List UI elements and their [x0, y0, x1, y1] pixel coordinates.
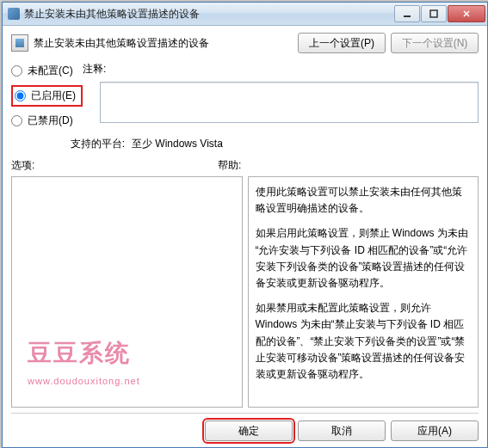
window-title: 禁止安装未由其他策略设置描述的设备: [24, 7, 394, 21]
platform-row: 支持的平台: 至少 Windows Vista: [11, 137, 479, 151]
ok-button[interactable]: 确定: [205, 420, 293, 441]
radio-disabled[interactable]: 已禁用(D): [11, 114, 83, 128]
window-icon: [8, 8, 20, 20]
next-setting-button[interactable]: 下一个设置(N): [391, 33, 479, 53]
watermark: 豆豆系统 www.doudouxitong.net: [28, 334, 140, 390]
titlebar: 禁止安装未由其他策略设置描述的设备: [3, 3, 487, 26]
header-row: 禁止安装未由其他策略设置描述的设备 上一个设置(P) 下一个设置(N): [11, 33, 479, 53]
window-controls: [394, 5, 485, 22]
platform-label: 支持的平台:: [11, 137, 125, 151]
dialog-content: 禁止安装未由其他策略设置描述的设备 上一个设置(P) 下一个设置(N) 未配置(…: [3, 26, 487, 448]
help-paragraph: 如果启用此策略设置，则禁止 Windows 为未由“允许安装与下列设备 ID 相…: [256, 225, 472, 292]
radio-disabled-label: 已禁用(D): [28, 114, 73, 128]
comment-input[interactable]: [100, 82, 479, 123]
dialog-window: 禁止安装未由其他策略设置描述的设备 禁止安装未由其他策略设置描述的设备 上一个设…: [2, 2, 488, 448]
cancel-button[interactable]: 取消: [298, 420, 386, 441]
comment-label: 注释:: [83, 62, 479, 78]
config-row: 未配置(C) 已启用(E) 已禁用(D) 注释:: [11, 62, 479, 128]
previous-setting-button[interactable]: 上一个设置(P): [298, 33, 386, 53]
help-paragraph: 如果禁用或未配置此策略设置，则允许 Windows 为未由“禁止安装与下列设备 …: [256, 300, 472, 383]
watermark-url: www.doudouxitong.net: [28, 374, 140, 390]
help-paragraph: 使用此策略设置可以禁止安装未由任何其他策略设置明确描述的设备。: [256, 184, 472, 217]
section-labels: 选项: 帮助:: [11, 158, 479, 173]
radio-enabled-input[interactable]: [15, 90, 26, 101]
radio-not-configured-input[interactable]: [11, 65, 22, 77]
radio-enabled-label: 已启用(E): [31, 89, 76, 103]
dialog-footer: 确定 取消 应用(A): [11, 413, 479, 441]
policy-title: 禁止安装未由其他策略设置描述的设备: [34, 36, 298, 51]
radio-group: 未配置(C) 已启用(E) 已禁用(D): [11, 62, 83, 128]
help-panel: 使用此策略设置可以禁止安装未由任何其他策略设置明确描述的设备。 如果启用此策略设…: [248, 176, 479, 408]
panels: 豆豆系统 www.doudouxitong.net 使用此策略设置可以禁止安装未…: [11, 176, 479, 408]
platform-value: 至少 Windows Vista: [132, 137, 223, 151]
maximize-button[interactable]: [421, 5, 447, 22]
radio-disabled-input[interactable]: [11, 115, 22, 126]
radio-enabled[interactable]: 已启用(E): [11, 85, 83, 107]
policy-icon: [11, 34, 28, 52]
radio-not-configured-label: 未配置(C): [28, 64, 73, 78]
minimize-button[interactable]: [394, 5, 420, 22]
svg-rect-1: [430, 10, 437, 17]
svg-rect-0: [404, 15, 411, 17]
comment-column: 注释:: [100, 62, 479, 123]
close-button[interactable]: [448, 5, 485, 22]
watermark-text: 豆豆系统: [28, 334, 140, 373]
help-label: 帮助:: [218, 158, 241, 173]
apply-button[interactable]: 应用(A): [391, 420, 479, 441]
options-label: 选项:: [11, 158, 218, 173]
options-panel: 豆豆系统 www.doudouxitong.net: [11, 176, 243, 408]
radio-not-configured[interactable]: 未配置(C): [11, 64, 83, 78]
nav-buttons: 上一个设置(P) 下一个设置(N): [298, 33, 479, 53]
